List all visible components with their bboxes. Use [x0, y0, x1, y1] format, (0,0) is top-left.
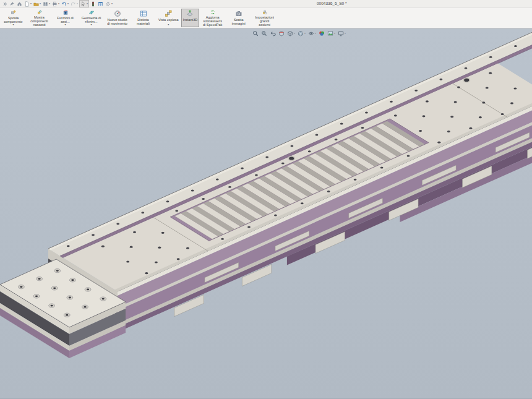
home-button[interactable]	[16, 0, 23, 7]
screw-hole	[501, 113, 504, 115]
screw-hole	[327, 191, 330, 192]
ribbon-button-snapshot-camera[interactable]: Scatta immagini	[226, 9, 251, 27]
screw-hole	[450, 116, 453, 118]
chevron-down-icon[interactable]: ▾	[67, 2, 69, 5]
select-cursor-button[interactable]: ▾	[79, 0, 89, 7]
chevron-down-icon[interactable]: ▾	[111, 2, 113, 5]
screw-hole	[465, 67, 468, 69]
screw-hole	[265, 157, 268, 158]
display-style-icon	[298, 30, 304, 36]
ribbon-button-assembly-features[interactable]: Funzioni di assi...▾	[53, 9, 78, 27]
chevron-down-icon[interactable]: ▾	[334, 32, 335, 35]
options-table-button[interactable]	[97, 0, 104, 7]
view-orientation-button[interactable]: ▾	[286, 30, 296, 37]
pin-icon	[9, 1, 15, 7]
ribbon-button-large-assembly-settings[interactable]: Impostazioni grandi assiemi	[252, 9, 277, 27]
gear-button[interactable]: ▾	[105, 0, 113, 7]
move-component-icon	[10, 10, 17, 15]
new-document-icon	[24, 1, 30, 7]
screw-hole	[437, 142, 440, 144]
screw-hole	[315, 134, 319, 136]
chevron-down-icon[interactable]: ▾	[12, 24, 14, 27]
save-icon	[43, 1, 48, 7]
chevron-down-icon[interactable]: ▾	[87, 2, 88, 5]
new-document-button[interactable]: ▾	[24, 0, 32, 7]
ribbon-button-label: Instant3D	[183, 18, 198, 22]
ribbon-button-bill-of-materials[interactable]: Distinta materiali	[131, 9, 156, 27]
ribbon-button-label: Scatta immagini	[228, 18, 249, 25]
chevron-down-icon[interactable]: ▾	[64, 24, 66, 27]
motion-study-icon	[114, 10, 121, 17]
zoom-to-fit-button[interactable]	[252, 30, 259, 37]
large-assembly-settings-icon	[261, 10, 268, 15]
chevron-down-icon[interactable]: ▾	[30, 2, 32, 5]
countersunk-hole-center	[51, 305, 53, 307]
print-button[interactable]: ▾	[51, 0, 60, 7]
screw-hole	[407, 155, 410, 157]
chevron-down-icon[interactable]: ▾	[90, 24, 92, 27]
chevron-down-icon[interactable]: ▾	[58, 2, 59, 5]
screw-hole	[390, 101, 393, 103]
ribbon-button-label: Impostazioni grandi assiemi	[254, 15, 275, 27]
screw-hole	[419, 130, 422, 132]
ribbon-button-show-hidden-components[interactable]: Mostra componenti nascosti	[27, 9, 52, 27]
expand-toolbar-button[interactable]	[1, 0, 8, 7]
chevron-down-icon[interactable]: ▾	[294, 32, 295, 35]
rebuild-traffic-light-button[interactable]	[90, 0, 97, 7]
ribbon-button-reference-geometry[interactable]: Geometria di riferim...▾	[79, 9, 104, 27]
screw-hole	[361, 127, 364, 129]
screw-hole	[394, 114, 397, 116]
chevron-down-icon[interactable]: ▾	[345, 32, 346, 35]
countersunk-hole-center	[87, 289, 89, 291]
ribbon-button-instant3d[interactable]: Instant3D	[181, 9, 200, 27]
screw-hole	[335, 139, 338, 140]
undo-button[interactable]: ▾	[61, 0, 69, 7]
ribbon-button-motion-study[interactable]: Nuovo studio di movimento	[105, 9, 130, 27]
chevron-down-icon[interactable]: ▾	[77, 2, 78, 5]
screw-hole	[116, 223, 119, 225]
display-style-button[interactable]: ▾	[297, 30, 306, 37]
screw-hole	[426, 100, 429, 102]
screw-hole	[447, 131, 450, 132]
chevron-down-icon[interactable]: ▾	[168, 24, 169, 27]
edit-appearance-button[interactable]	[318, 30, 325, 37]
countersunk-hole-center	[71, 279, 74, 281]
hide-show-items-button[interactable]: ▾	[307, 30, 317, 37]
screw-hole	[126, 260, 129, 262]
countersunk-hole-center	[20, 286, 22, 288]
previous-view-icon	[270, 30, 276, 36]
ribbon-button-move-component[interactable]: Sposta componente▾	[1, 9, 26, 27]
screw-hole	[191, 189, 194, 191]
redo-button[interactable]: ▾	[70, 0, 79, 7]
pin-button[interactable]	[9, 0, 15, 7]
screw-hole	[289, 157, 294, 160]
ribbon-button-exploded-view[interactable]: Vista esplosa▾	[157, 9, 181, 27]
screw-hole	[457, 86, 460, 88]
ribbon-button-speedpak-refresh[interactable]: Aggiorna sottoassiemi di SpeedPak	[200, 9, 225, 27]
select-cursor-icon	[80, 1, 86, 7]
screw-hole	[486, 87, 489, 88]
options-table-icon	[98, 1, 103, 7]
screw-hole	[479, 116, 482, 118]
expand-toolbar-icon	[2, 1, 7, 7]
view-settings-button[interactable]: ▾	[337, 30, 346, 37]
chevron-down-icon[interactable]: ▾	[304, 32, 306, 35]
section-view-button[interactable]	[278, 30, 285, 37]
apply-scene-icon	[327, 30, 333, 36]
cad-model-canvas[interactable]	[0, 28, 532, 398]
ribbon-button-label: Mostra componenti nascosti	[28, 15, 50, 27]
chevron-down-icon[interactable]: ▾	[49, 2, 50, 5]
open-button[interactable]: ▾	[33, 0, 41, 7]
screw-hole	[440, 79, 443, 80]
apply-scene-button[interactable]: ▾	[327, 30, 336, 37]
previous-view-button[interactable]	[269, 30, 277, 37]
chevron-down-icon[interactable]: ▾	[40, 2, 41, 5]
assembly-features-icon	[62, 10, 69, 15]
screw-hole	[133, 231, 136, 233]
zoom-to-area-button[interactable]	[260, 30, 268, 37]
graphics-viewport[interactable]: ▾▾▾▾▾	[0, 28, 532, 399]
zoom-to-fit-icon	[252, 30, 259, 36]
save-button[interactable]: ▾	[42, 0, 51, 7]
chevron-down-icon[interactable]: ▾	[315, 32, 316, 35]
ribbon-button-label: Aggiorna sottoassiemi di SpeedPak	[202, 15, 223, 27]
